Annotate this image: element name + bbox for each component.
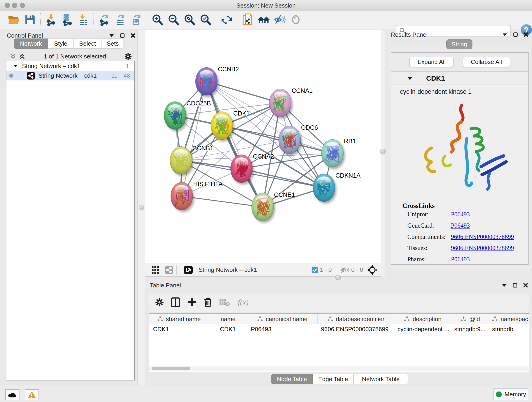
node-CDC6[interactable]: CDC6 [279,124,318,156]
network-options-gear-icon[interactable] [124,52,132,60]
panel-menu-icon[interactable] [109,34,114,37]
panel-close-icon[interactable] [524,32,528,37]
zoom-out-icon[interactable] [167,13,180,26]
table-cell[interactable]: stringdb:9... [450,326,488,333]
gene-collapse-icon[interactable] [407,77,412,80]
home-icon[interactable] [257,13,270,26]
collapse-all-icon[interactable] [10,53,17,59]
open-in-window-icon[interactable] [184,266,193,274]
table-panel-header: Table Panel [150,281,528,289]
warnings-button[interactable] [25,389,39,400]
expand-all-icon[interactable] [19,53,26,59]
table-splitter-handle[interactable] [336,275,341,280]
column-header--id[interactable]: @id [451,314,489,324]
table-cell[interactable]: CDK1 [149,326,209,333]
panel-float-icon[interactable] [513,32,518,37]
tab-node-table[interactable]: Node Table [271,374,313,384]
node-CDK1[interactable]: CDK1 [211,110,250,142]
export-network-icon[interactable] [98,13,111,26]
import-table-from-file-icon[interactable] [76,13,90,26]
table-cell[interactable]: 9606.ENSP00000378699 [317,326,393,333]
scrollbar-thumb[interactable] [152,367,190,370]
tab-string[interactable]: String [446,39,472,49]
zoom-in-icon[interactable] [151,13,164,26]
import-network-from-file-icon[interactable] [44,13,58,26]
node-CCNE1[interactable]: CCNE1 [252,191,295,223]
edge-CCNB2-CCNE1[interactable] [206,81,263,207]
column-header-canonical-name[interactable]: canonical name [247,314,317,324]
table-cell[interactable]: P06493 [247,326,317,333]
import-network-from-database-icon[interactable] [60,13,74,26]
horizontal-scrollbar[interactable] [149,366,529,371]
node-CCNB2[interactable]: CCNB2 [196,66,239,97]
crosslink-link[interactable]: P06493 [451,211,470,218]
tab-network-table[interactable]: Network Table [354,374,408,384]
tab-network[interactable]: Network [14,38,48,49]
app-window: Session: New Session [0,0,532,402]
hide-selected-icon[interactable] [273,13,286,26]
panel-float-icon[interactable] [513,283,517,288]
table-cell[interactable]: CDK1 [209,326,247,333]
crosslink-link[interactable]: 9606.ENSP00000378699 [451,245,514,252]
column-header-database-identifier[interactable]: database identifier [317,314,394,324]
crosslink-link[interactable]: P06493 [451,222,470,229]
table-cell[interactable]: cyclin-dependent ... [393,326,450,333]
save-session-icon[interactable] [23,13,37,26]
panel-close-icon[interactable] [131,33,135,38]
delete-column-icon[interactable] [203,297,212,307]
export-image-icon[interactable] [130,13,143,26]
node-CDKN1A[interactable]: CDKN1A [313,172,361,204]
zoom-selected-icon[interactable] [199,13,212,26]
selected-count: 1 - 0 [320,266,332,274]
refresh-icon[interactable] [220,13,233,26]
network-collection-row[interactable]: String Network – cdk1 1 [6,61,134,71]
node-table[interactable]: shared namenamecanonical namedatabase id… [149,313,529,372]
node-CDC25B[interactable]: CDC25B [164,100,211,132]
network-canvas[interactable]: CCNB2CCNA1CDC25BCDK1CDC6RB1CCNB1CCNA2CDK… [145,30,381,263]
table-options-gear-icon[interactable] [155,298,164,307]
network-document-icon[interactable] [241,13,254,26]
function-builder-label: f(x) [238,298,249,307]
tab-sets[interactable]: Sets [102,38,124,49]
show-columns-icon[interactable] [171,297,180,307]
panel-menu-icon[interactable] [502,284,507,287]
panel-menu-icon[interactable] [502,33,507,36]
collapse-all-button[interactable]: Collapse All [463,57,510,67]
table-cell[interactable]: stringdb [488,326,529,333]
splitter-handle[interactable] [139,205,144,210]
node-RB1[interactable]: RB1 [322,138,356,169]
tab-edge-table[interactable]: Edge Table [313,374,354,384]
netbar-separator [337,265,337,275]
results-buttons-box: Expand All Collapse All [391,52,529,71]
memory-button[interactable]: Memory [494,389,528,400]
tree-icon [492,316,498,322]
gene-section-header[interactable]: CDK1 [391,72,528,85]
results-splitter-handle[interactable] [380,149,386,154]
panel-float-icon[interactable] [120,33,125,38]
hidden-eye-icon[interactable] [340,266,349,274]
column-header-name[interactable]: name [209,314,247,324]
column-header-namespac[interactable]: namespac [489,314,531,324]
column-header-description[interactable]: description [394,314,451,324]
crosslink-link[interactable]: P06493 [451,256,470,263]
expand-all-button[interactable]: Expand All [409,57,454,67]
open-session-icon[interactable] [7,13,21,26]
node-CCNA1[interactable]: CCNA1 [269,87,313,119]
table-row[interactable]: CDK1CDK1P064939606.ENSP00000378699cyclin… [149,324,529,334]
tab-style[interactable]: Style [48,38,73,49]
edge-CCNB2-HIST1H1A[interactable] [182,81,206,196]
add-column-icon[interactable] [187,298,196,307]
export-table-icon[interactable] [114,13,127,26]
birds-eye-icon[interactable] [367,265,377,275]
grid-view-icon[interactable] [151,266,159,274]
column-header-shared-name[interactable]: shared name [149,314,209,324]
node-HIST1H1A[interactable]: HIST1H1A [171,181,223,212]
zoom-fit-icon[interactable] [183,13,196,26]
cloud-button[interactable] [5,389,19,400]
tab-select[interactable]: Select [73,38,102,49]
collection-expand-icon[interactable] [13,64,18,68]
crosslink-link[interactable]: 9606.ENSP00000378699 [451,233,514,240]
panel-close-icon[interactable] [523,283,528,288]
selected-checkbox-icon[interactable] [312,267,318,273]
network-row[interactable]: String Network – cdk1 11 48 [6,71,134,80]
